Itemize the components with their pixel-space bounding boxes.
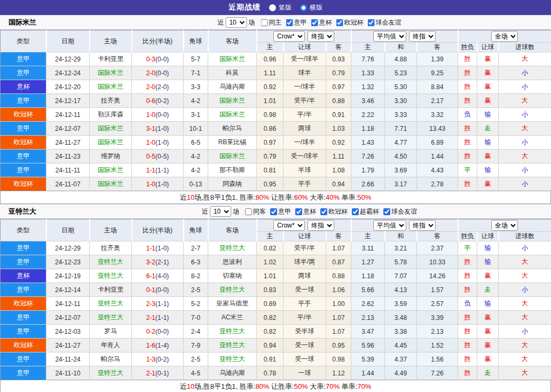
- matches-table-atalanta: 类型 日期 主场 比分(半场) 角球 客场 Crow* 终指 平均值 终指 全场: [0, 219, 551, 380]
- league-filter[interactable]: 超霸杯: [348, 207, 379, 216]
- avg-away-odds: 7.26: [417, 366, 458, 380]
- league-filter[interactable]: 球会友谊: [379, 207, 417, 216]
- recent-count-select[interactable]: 10: [210, 206, 231, 217]
- handicap-line: 一球: [284, 366, 326, 380]
- corner-score: 10-1: [184, 122, 208, 136]
- fulltime-score: 1-3: [146, 356, 155, 363]
- handicap-result: 赢: [477, 52, 499, 66]
- league-label: 超霸杯: [360, 207, 379, 216]
- match-row: 欧冠杯24-12-11勒沃库森1-0(0-0)3-1国际米兰0.98平/半0.9…: [1, 108, 551, 122]
- league-filter[interactable]: 意杯: [306, 18, 332, 27]
- league-filter[interactable]: 意杯: [291, 207, 316, 216]
- odds-source-select[interactable]: Crow*: [273, 31, 305, 42]
- same-venue-filter[interactable]: 同客: [241, 207, 266, 216]
- handicap-result: 输: [477, 163, 499, 177]
- view-radio-horizontal[interactable]: 横版: [300, 3, 322, 12]
- summary-stat-value: 80%: [255, 382, 269, 390]
- radio-circle-icon[interactable]: [269, 4, 276, 11]
- scope-group-header: 全场: [458, 219, 551, 232]
- scope-select[interactable]: 全场: [491, 31, 518, 42]
- avg-home-odds: 5.66: [351, 283, 385, 297]
- league-checkbox[interactable]: [311, 19, 318, 26]
- league-filter[interactable]: 球会友谊: [363, 18, 401, 27]
- match-result: 胜: [458, 150, 477, 163]
- fulltime-score: 0-2: [146, 328, 155, 335]
- same-venue-checkbox[interactable]: [261, 19, 267, 26]
- away-team: 国际米兰: [208, 52, 257, 66]
- match-result: 胜: [458, 66, 477, 80]
- summary-text: 让胜率:: [269, 382, 294, 390]
- subcol-avg-draw: 和: [385, 232, 417, 241]
- halftime-score: (0-5): [155, 153, 169, 160]
- summary-text: 近: [180, 382, 187, 390]
- league-checkbox[interactable]: [270, 208, 277, 215]
- league-checkbox[interactable]: [286, 19, 293, 26]
- avg-source-select[interactable]: 平均值: [373, 31, 406, 42]
- league-filter-group: 意甲意杯欧冠杯球会友谊: [281, 18, 401, 27]
- home-team: 亚特兰大: [90, 255, 132, 269]
- match-row: 欧冠杯24-11-27国际米兰1-0(1-0)6-5RB莱比锡0.97一/球半0…: [1, 136, 551, 150]
- league-checkbox[interactable]: [336, 19, 343, 26]
- view-radio-vertical[interactable]: 竖版: [269, 3, 292, 12]
- away-team: 亚特兰大: [208, 283, 257, 297]
- fulltime-score: 1-1: [146, 245, 155, 252]
- recent-label: 近: [202, 207, 208, 216]
- summary-text: 大率:: [308, 382, 326, 390]
- avg-away-odds: 6.89: [417, 136, 458, 150]
- match-type-badge: 欧冠杯: [1, 297, 46, 311]
- odds-stage-select[interactable]: 终指: [308, 31, 334, 42]
- handicap-line: 受平/半: [284, 241, 326, 255]
- league-filter[interactable]: 欧冠杯: [316, 207, 348, 216]
- away-team: 乌迪内斯: [208, 80, 257, 94]
- match-score: 2-3(1-1): [132, 297, 184, 311]
- avg-draw-odds: 3.69: [385, 163, 417, 177]
- league-label: 意杯: [303, 207, 316, 216]
- crow-away-odds: 0.93: [326, 52, 351, 66]
- summary-stat-value: 40%: [326, 193, 340, 201]
- odds-source-select[interactable]: Crow*: [273, 220, 305, 231]
- section-bar-inter: 国际米兰 近 10 场 同主 意甲意杯欧冠杯球会友谊: [0, 15, 551, 30]
- avg-stage-select[interactable]: 终指: [409, 31, 436, 42]
- league-checkbox[interactable]: [367, 19, 374, 26]
- crow-away-odds: 0.95: [326, 339, 351, 352]
- league-filter[interactable]: 欧冠杯: [332, 18, 363, 27]
- match-result: 胜: [458, 136, 477, 150]
- halftime-score: (1-4): [155, 342, 169, 349]
- handicap-line: 两球: [284, 122, 326, 136]
- summary-line: 近10场,胜8平1负1, 胜率:80% 让胜率:50% 大率:70% 单率:70…: [0, 380, 551, 392]
- league-checkbox[interactable]: [352, 208, 359, 215]
- home-team: 国际米兰: [90, 163, 132, 177]
- scope-select[interactable]: 全场: [491, 220, 518, 231]
- filter-bar: 近 10 场 同主 意甲意杯欧冠杯球会友谊: [216, 17, 401, 28]
- fulltime-score: 6-1: [146, 272, 155, 280]
- league-checkbox[interactable]: [383, 208, 390, 215]
- crow-away-odds: 1.06: [326, 283, 351, 297]
- same-venue-filter[interactable]: 同主: [256, 18, 281, 27]
- match-result: 胜: [458, 269, 477, 283]
- avg-source-select[interactable]: 平均值: [373, 220, 406, 231]
- crow-home-odds: 0.98: [257, 108, 284, 122]
- radio-circle-icon[interactable]: [300, 4, 307, 11]
- league-label: 球会友谊: [391, 207, 417, 216]
- handicap-result: 赢: [477, 352, 499, 366]
- match-type-badge: 意甲: [1, 366, 46, 380]
- odds-stage-select[interactable]: 终指: [308, 220, 334, 231]
- avg-stage-select[interactable]: 终指: [409, 220, 436, 231]
- avg-draw-odds: 5.78: [385, 255, 417, 269]
- team-name: 国际米兰: [0, 18, 36, 27]
- league-filter[interactable]: 意甲: [266, 207, 291, 216]
- handicap-result: 赢: [477, 150, 499, 163]
- match-score: 1-6(1-4): [132, 339, 184, 352]
- same-venue-checkbox[interactable]: [245, 208, 252, 215]
- avg-draw-odds: 3.30: [385, 94, 417, 108]
- league-checkbox[interactable]: [320, 208, 327, 215]
- league-checkbox[interactable]: [295, 208, 302, 215]
- goals-result: 大: [499, 366, 551, 380]
- avg-home-odds: 3.11: [351, 241, 385, 255]
- recent-count-select[interactable]: 10: [225, 17, 247, 28]
- corner-score: 4-2: [184, 163, 208, 177]
- match-date: 24-12-03: [46, 325, 90, 339]
- match-row: 意甲24-11-24帕尔马1-3(0-2)2-5亚特兰大0.91受一球0.985…: [1, 352, 551, 366]
- fulltime-score: 2-0: [146, 83, 155, 91]
- league-filter[interactable]: 意甲: [281, 18, 306, 27]
